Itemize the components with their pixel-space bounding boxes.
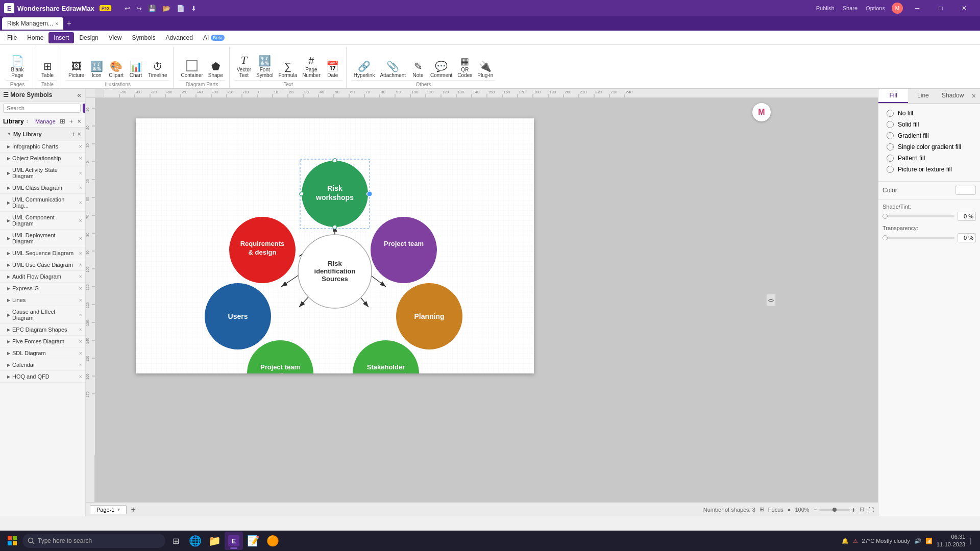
close-cause-button[interactable]: × xyxy=(79,312,82,318)
add-page-button[interactable]: + xyxy=(129,505,137,514)
gradient-fill-radio[interactable] xyxy=(887,132,894,139)
transparency-slider-thumb[interactable] xyxy=(883,235,888,240)
close-uml-activity-button[interactable]: × xyxy=(79,170,82,176)
new-button[interactable]: 📄 xyxy=(174,4,188,13)
maximize-button[interactable]: □ xyxy=(929,0,952,16)
undo-button[interactable]: ↩ xyxy=(121,4,133,13)
sidebar-item-uml-sequence[interactable]: UML Sequence Diagram × xyxy=(0,247,85,259)
focus-label[interactable]: Focus xyxy=(768,507,783,513)
picture-button[interactable]: 🖼 Picture xyxy=(66,60,86,79)
single-gradient-fill-radio[interactable] xyxy=(887,143,894,151)
blank-page-button[interactable]: 📄 BlankPage xyxy=(6,55,29,79)
close-uml-seq-button[interactable]: × xyxy=(79,250,82,256)
taskbar-app-orange[interactable]: 🟠 xyxy=(263,532,282,550)
clipart-button[interactable]: 🎨 Clipart xyxy=(107,60,126,79)
save-button[interactable]: 💾 xyxy=(145,4,159,13)
panel-collapse-button[interactable]: «» xyxy=(766,294,776,307)
picture-fill-option[interactable]: Picture or texture fill xyxy=(883,164,976,175)
vector-text-button[interactable]: T VectorText xyxy=(235,54,253,79)
taskbar-app-word[interactable]: 📝 xyxy=(244,532,262,550)
canvas[interactable]: Risk workshops Requirements xyxy=(95,98,878,502)
zoom-in-button[interactable]: + xyxy=(851,506,855,514)
taskbar-app-edraw[interactable]: E xyxy=(225,532,243,550)
close-uml-comm-button[interactable]: × xyxy=(79,199,82,206)
manage-button[interactable]: Manage xyxy=(34,118,57,124)
open-button[interactable]: 📂 xyxy=(159,4,174,13)
shade-slider-track[interactable] xyxy=(883,215,954,217)
close-audit-button[interactable]: × xyxy=(79,273,82,280)
note-button[interactable]: ✎ Note xyxy=(409,60,427,79)
icon-button[interactable]: 🔣 Icon xyxy=(87,60,106,79)
table-button[interactable]: ⊞ Table xyxy=(38,60,57,79)
connection-handle[interactable] xyxy=(367,191,372,196)
tray-clock[interactable]: 06:31 11-10-2023 xyxy=(937,533,965,549)
close-uml-component-button[interactable]: × xyxy=(79,217,82,223)
tray-notification[interactable]: 🔔 xyxy=(842,538,849,544)
fullscreen-icon[interactable]: ⛶ xyxy=(868,507,874,513)
close-uml-usecase-button[interactable]: × xyxy=(79,262,82,268)
fit-page-icon[interactable]: ⊡ xyxy=(860,506,864,513)
transparency-slider-track[interactable] xyxy=(883,237,954,239)
chart-button[interactable]: 📊 Chart xyxy=(127,60,145,79)
close-uml-class-button[interactable]: × xyxy=(79,185,82,191)
sidebar-item-infographic-charts[interactable]: Infographic Charts × xyxy=(0,141,85,153)
menu-home[interactable]: Home xyxy=(22,32,48,43)
minimize-button[interactable]: ─ xyxy=(905,0,929,16)
page-tab-1[interactable]: Page-1 ▾ xyxy=(90,505,127,514)
sidebar-item-calendar[interactable]: Calendar × xyxy=(0,359,85,371)
close-my-library-button[interactable]: × xyxy=(76,130,82,138)
plugin-button[interactable]: 🔌 Plug-in xyxy=(475,60,495,79)
solid-fill-radio[interactable] xyxy=(887,121,894,128)
panel-close-button[interactable]: × xyxy=(968,89,980,103)
comment-button[interactable]: 💬 Comment xyxy=(428,60,454,79)
sidebar-item-sdl[interactable]: SDL Diagram × xyxy=(0,347,85,359)
date-button[interactable]: 📅 Date xyxy=(324,60,342,79)
close-button[interactable]: ✕ xyxy=(952,0,976,16)
close-object-button[interactable]: × xyxy=(79,155,82,161)
menu-view[interactable]: View xyxy=(104,32,127,43)
close-document-tab[interactable]: × xyxy=(55,20,58,27)
shade-slider-thumb[interactable] xyxy=(883,214,888,219)
shape-button[interactable]: ⬟ Shape xyxy=(206,60,225,79)
sidebar-item-my-library[interactable]: My Library + × xyxy=(0,128,85,141)
solid-fill-option[interactable]: Solid fill xyxy=(883,119,976,130)
pattern-fill-radio[interactable] xyxy=(887,155,894,162)
task-view-button[interactable]: ⊞ xyxy=(166,532,185,550)
node-project-team[interactable] xyxy=(371,217,437,283)
add-library-button[interactable]: + xyxy=(68,117,75,125)
page-number-button[interactable]: # PageNumber xyxy=(300,55,323,79)
menu-file[interactable]: File xyxy=(2,32,22,43)
sidebar-item-epc[interactable]: EPC Diagram Shapes × xyxy=(0,324,85,336)
qr-codes-button[interactable]: ▦ QRCodes xyxy=(455,56,474,79)
zoom-slider[interactable] xyxy=(819,509,850,511)
close-epc-button[interactable]: × xyxy=(79,327,82,333)
page-tab-dropdown[interactable]: ▾ xyxy=(117,507,120,512)
sidebar-item-lines[interactable]: Lines × xyxy=(0,294,85,306)
user-avatar[interactable]: M xyxy=(889,0,905,16)
redo-button[interactable]: ↪ xyxy=(133,4,145,13)
attachment-button[interactable]: 📎 Attachment xyxy=(378,60,408,79)
close-express-button[interactable]: × xyxy=(79,285,82,291)
ai-badge[interactable]: M xyxy=(752,103,771,121)
close-calendar-button[interactable]: × xyxy=(79,362,82,368)
taskbar-app-browser[interactable]: 🌐 xyxy=(186,532,204,550)
formula-button[interactable]: ∑ Formula xyxy=(276,60,299,79)
zoom-out-button[interactable]: − xyxy=(814,506,818,514)
publish-button[interactable]: Publish xyxy=(812,0,839,16)
menu-ai[interactable]: AI Beta xyxy=(198,32,230,43)
share-button[interactable]: Share xyxy=(839,0,862,16)
menu-symbols[interactable]: Symbols xyxy=(127,32,161,43)
close-sdl-button[interactable]: × xyxy=(79,350,82,356)
add-my-library-button[interactable]: + xyxy=(70,130,77,138)
close-library-button[interactable]: × xyxy=(76,117,82,125)
close-five-forces-button[interactable]: × xyxy=(79,338,82,344)
search-input[interactable] xyxy=(3,104,81,113)
sidebar-item-uml-communication[interactable]: UML Communication Diag... × xyxy=(0,194,85,212)
sidebar-item-uml-component[interactable]: UML Component Diagram × xyxy=(0,212,85,230)
start-button[interactable] xyxy=(3,532,21,550)
pattern-fill-option[interactable]: Pattern fill xyxy=(883,153,976,164)
menu-design[interactable]: Design xyxy=(74,32,103,43)
close-hoq-button[interactable]: × xyxy=(79,373,82,380)
share-dropdown-button[interactable]: ⬇ xyxy=(188,4,200,13)
sidebar-item-object-relationship[interactable]: Object Relationship × xyxy=(0,153,85,164)
